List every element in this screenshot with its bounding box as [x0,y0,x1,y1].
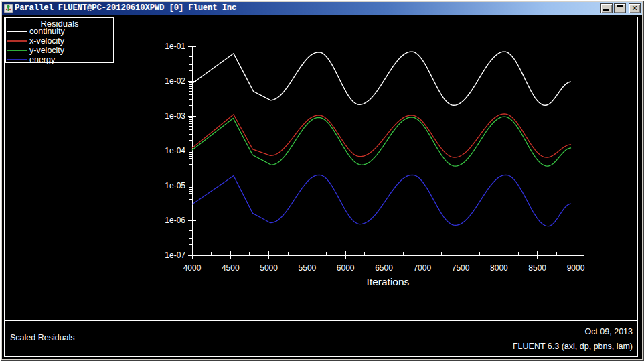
legend-item-energy: energy [6,55,113,64]
continuity-line-swatch [7,31,27,32]
x-tick-label: 8500 [528,263,546,273]
close-button[interactable]: ✕ [629,3,641,13]
y-tick-label: 1e-06 [165,216,185,225]
legend-item-label: x-velocity [29,37,64,46]
titlebar[interactable]: Parallel FLUENT@PC-20120610XPWD [0] Flue… [2,2,642,15]
y-tick-label: 1e-04 [165,146,185,155]
graphics-window: 1e-011e-021e-031e-041e-051e-061e-0740004… [2,15,642,359]
y-tick-label: 1e-07 [165,250,185,260]
date-label: Oct 09, 2013 [513,324,633,339]
x-tick-label: 4000 [183,263,202,273]
minimize-button[interactable] [600,3,613,13]
legend-item-continuity: continuity [6,27,113,36]
fluent-window: Parallel FLUENT@PC-20120610XPWD [0] Flue… [0,0,644,361]
x-tick-label: 9000 [567,263,585,273]
legend-item-label: energy [29,56,55,64]
y-tick-label: 1e-03 [165,111,185,121]
x-tick-label: 7000 [413,263,431,273]
curve-energy [192,175,571,226]
legend-rows: continuityx-velocityy-velocityenergy [6,27,113,64]
window-title: Parallel FLUENT@PC-20120610XPWD [0] Flue… [15,2,600,15]
energy-line-swatch [7,59,27,60]
plot-caption: Scaled Residuals [10,333,75,342]
maximize-icon [617,5,623,11]
x-tick-label: 8000 [490,263,508,273]
version-label: FLUENT 6.3 (axi, dp, pbns, lam) [513,339,633,354]
y-tick-label: 1e-05 [165,181,185,190]
minimize-icon [603,9,609,11]
x-axis-title: Iterations [367,276,410,287]
close-icon: ✕ [629,4,640,13]
legend-item-label: continuity [29,27,65,36]
fluent-app-icon [4,4,13,13]
legend-item-label: y-velocity [29,46,64,55]
legend-item-x-velocity: x-velocity [6,36,113,46]
x-tick-label: 6500 [375,263,393,273]
y-tick-label: 1e-02 [165,76,185,86]
maximize-button[interactable] [614,3,626,13]
x-tick-label: 6000 [337,263,355,273]
legend-item-y-velocity: y-velocity [6,46,113,55]
x-tick-label: 4500 [222,263,240,273]
curve-x-velocity [192,114,571,157]
window-controls: ✕ [600,3,641,13]
y-velocity-line-swatch [7,50,27,51]
curve-continuity [192,52,571,105]
caption-strip: Scaled Residuals Oct 09, 2013 FLUENT 6.3… [4,320,638,356]
x-tick-label: 5000 [260,263,278,273]
legend: Residuals continuityx-velocityy-velocity… [5,17,114,63]
x-tick-label: 7500 [452,263,470,273]
x-velocity-line-swatch [7,40,27,42]
y-tick-label: 1e-01 [165,42,185,51]
legend-title: Residuals [6,18,113,27]
x-tick-label: 5500 [299,263,317,273]
caption-meta: Oct 09, 2013 FLUENT 6.3 (axi, dp, pbns, … [513,324,633,354]
residuals-plot: 1e-011e-021e-031e-041e-051e-061e-0740004… [2,15,642,359]
